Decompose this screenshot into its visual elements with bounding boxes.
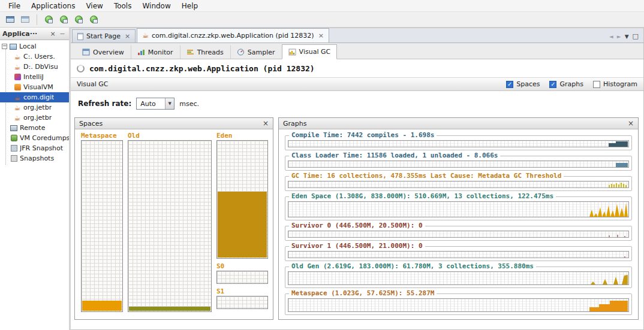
gc-time-chart [288, 181, 629, 188]
visualvm-window: File Applications View Tools Window Help… [0, 0, 644, 330]
refresh-rate-unit: msec. [179, 100, 199, 108]
menu-view[interactable]: View [81, 1, 107, 11]
graphs-panel-title: Graphs [283, 120, 628, 128]
metaspace-label: Metaspace [81, 132, 117, 140]
close-tab-icon[interactable] [125, 32, 130, 40]
compile-time-chart [288, 140, 629, 147]
visual-gc-panels: Spaces Metaspace Old Eden [71, 116, 643, 329]
save-snapshot-icon [21, 16, 29, 23]
java-cup-icon [13, 104, 22, 111]
close-icon[interactable] [263, 119, 269, 128]
applications-panel-title: Applica··· [2, 30, 47, 38]
sidebar-item-jfr-snapshots[interactable]: JFR Snapshot [0, 143, 69, 153]
sidebar-item-org-jetbrains-1[interactable]: org.jetbr [0, 102, 69, 113]
graphs-panel-body: Compile Time: 7442 compiles - 1.698s Cla… [279, 129, 638, 319]
refresh-rate-row: Refresh rate: Auto msec. [71, 91, 643, 116]
add-application-icon [45, 16, 53, 23]
tab-monitor[interactable]: Monitor [131, 45, 180, 59]
progress-spinner-icon [77, 65, 85, 72]
sidebar-item-local[interactable]: Local [0, 41, 69, 52]
sidebar-item-d-dbvisualizer[interactable]: D:. DbVisu [0, 62, 69, 72]
sidebar-item-org-jetbrains-2[interactable]: org.jetbr [0, 113, 69, 123]
sidebar-item-visualvm[interactable]: VisualVM [0, 82, 69, 92]
graph-row-class-loader-time: Class Loader Time: 11586 loaded, 1 unloa… [285, 156, 632, 171]
open-snapshot-button[interactable] [4, 13, 17, 26]
sidebar-item-snapshots[interactable]: Snapshots [0, 153, 69, 164]
survivor-1-chart [288, 251, 629, 258]
remote-host-icon [10, 124, 18, 132]
heap-dump-button[interactable] [87, 13, 100, 26]
checkbox-histogram[interactable]: Histogram [593, 80, 637, 88]
intellij-icon [13, 73, 22, 81]
gc-time-title: GC Time: 16 collections, 478.355ms Last … [289, 172, 564, 180]
menu-applications[interactable]: Applications [26, 1, 80, 11]
s1-label: S1 [216, 287, 224, 295]
old-gen-sparkline [579, 272, 628, 284]
tab-list-dropdown-icon[interactable] [625, 34, 629, 40]
sidebar-item-vm-coredumps[interactable]: VM Coredumps [0, 133, 69, 143]
metaspace-chart [288, 298, 629, 312]
coredump-icon [10, 134, 18, 142]
checkbox-unchecked-icon [593, 81, 600, 88]
tab-sampler[interactable]: Sampler [230, 45, 282, 59]
collapse-icon[interactable] [2, 44, 7, 49]
eden-space-chart [288, 201, 629, 217]
s0-label: S0 [216, 262, 224, 270]
visual-gc-toolbar: Visual GC Spaces Graphs Histogram [71, 77, 643, 91]
metaspace-sparkline [579, 299, 628, 311]
tab-navigation [609, 32, 643, 43]
main-area: Start Page com.digital.cnzz.zkp.web.Appl… [71, 28, 644, 330]
maximize-tab-icon[interactable] [633, 32, 639, 40]
graph-row-eden-space: Eden Space (1.308G, 838.000M): 510.669M,… [285, 196, 632, 220]
graphs-panel: Graphs Compile Time: 7442 compiles - 1.6… [278, 117, 639, 320]
compile-time-sparkline [597, 141, 628, 147]
graph-row-survivor-0: Survivor 0 (446.500M, 20.500M): 0 [285, 226, 632, 241]
scroll-tabs-left-icon[interactable] [609, 34, 613, 40]
menu-help[interactable]: Help [177, 1, 203, 11]
tab-visual-gc[interactable]: Visual GC [282, 44, 338, 59]
document-tabbar: Start Page com.digital.cnzz.zkp.web.Appl… [71, 28, 643, 43]
visualvm-icon [13, 83, 22, 91]
thread-dump-button[interactable] [72, 13, 85, 26]
tab-start-page[interactable]: Start Page [72, 29, 136, 43]
sidebar-item-remote[interactable]: Remote [0, 123, 69, 133]
visual-gc-options: Spaces Graphs Histogram [506, 80, 637, 88]
add-remote-host-button[interactable] [57, 13, 70, 26]
checkbox-graphs[interactable]: Graphs [549, 80, 583, 88]
menu-window[interactable]: Window [137, 1, 175, 11]
menu-file[interactable]: File [4, 1, 25, 11]
tab-threads[interactable]: Threads [180, 45, 230, 59]
content-area: Applica··· Local C:. Users. D:. DbVisu [0, 28, 644, 330]
add-application-button[interactable] [42, 13, 55, 26]
close-tab-icon[interactable] [318, 32, 324, 40]
metaspace-title: Metaspace (1.023G, 57.625M): 55.287M [289, 289, 437, 297]
eden-space-title: Eden Space (1.308G, 838.000M): 510.669M,… [289, 192, 556, 200]
tab-overview[interactable]: Overview [76, 45, 131, 59]
visual-gc-label: Visual GC [77, 80, 109, 88]
sidebar-item-com-digital-application[interactable]: com.digit [0, 92, 69, 102]
menu-tools[interactable]: Tools [109, 1, 137, 11]
sidebar-item-intellij[interactable]: IntelliJ [0, 72, 69, 82]
sidebar-item-c-users[interactable]: C:. Users. [0, 52, 69, 62]
eden-space [216, 140, 268, 259]
old-label: Old [128, 132, 140, 140]
old-space [128, 140, 212, 312]
survivor-0-chart [288, 231, 629, 238]
class-loader-sparkline [597, 161, 628, 167]
application-header: com.digital.cnzz.zkp.web.Application (pi… [71, 59, 643, 77]
checkbox-spaces[interactable]: Spaces [506, 80, 540, 88]
graph-row-compile-time: Compile Time: 7442 compiles - 1.698s [285, 135, 632, 150]
scroll-tabs-right-icon[interactable] [617, 34, 621, 40]
tab-application[interactable]: com.digital.cnzz.zkp.web.Application (pi… [137, 28, 329, 43]
close-icon[interactable] [628, 119, 634, 128]
menubar: File Applications View Tools Window Help [0, 0, 644, 12]
save-snapshot-button[interactable] [19, 13, 32, 26]
java-cup-icon [13, 63, 22, 71]
close-icon[interactable] [49, 29, 57, 38]
minimize-icon[interactable] [58, 29, 67, 38]
add-remote-host-icon [60, 16, 68, 23]
applications-panel-header: Applica··· [0, 28, 69, 40]
old-gen-chart [288, 271, 629, 285]
refresh-rate-select[interactable]: Auto [136, 98, 174, 110]
spaces-panel: Spaces Metaspace Old Eden [74, 117, 273, 320]
